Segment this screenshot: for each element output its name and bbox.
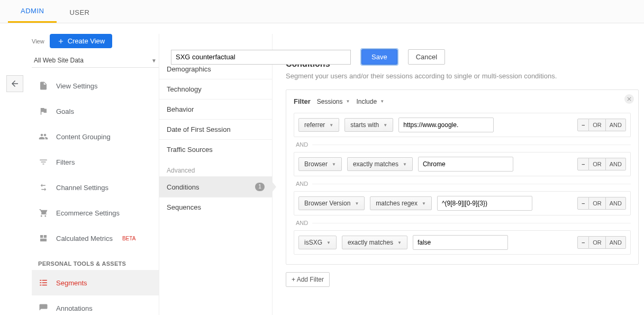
and-separator: AND — [296, 141, 308, 148]
operator-dropdown[interactable]: starts with▼ — [344, 118, 393, 132]
or-button[interactable]: OR — [589, 119, 606, 131]
caret-down-icon: ▼ — [332, 162, 336, 167]
nav-label: Ecommerce Settings — [56, 209, 120, 217]
nav-goals[interactable]: Goals — [32, 98, 159, 124]
nav-label: View Settings — [56, 82, 98, 90]
mid-behavior[interactable]: Behavior — [159, 99, 272, 119]
and-button[interactable]: AND — [606, 236, 626, 249]
people-icon — [38, 131, 49, 142]
cart-icon — [38, 208, 49, 218]
value-input[interactable] — [437, 196, 532, 211]
caret-down-icon: ▼ — [355, 201, 359, 206]
nav-section-personal: PERSONAL TOOLS & ASSETS — [32, 251, 159, 270]
operator-label: matches regex — [376, 200, 418, 207]
operator-dropdown[interactable]: matches regex▼ — [370, 196, 432, 210]
nav-calculated-metrics[interactable]: Calculated Metrics BETA — [32, 226, 159, 251]
dimension-label: Browser — [304, 160, 328, 168]
dimension-dropdown[interactable]: isSXG▼ — [298, 236, 337, 249]
condition-row: referrer▼ starts with▼ – OR AND — [294, 113, 631, 137]
value-input[interactable] — [418, 157, 513, 172]
tab-user[interactable]: USER — [57, 1, 102, 23]
remove-condition-button[interactable]: – — [577, 197, 589, 210]
add-filter-button[interactable]: + Add Filter — [286, 272, 330, 287]
condition-row: Browser▼ exactly matches▼ – OR AND — [294, 152, 631, 176]
or-button[interactable]: OR — [589, 197, 606, 210]
logic-group: – OR AND — [577, 158, 626, 170]
plus-icon — [57, 38, 65, 45]
value-input[interactable] — [398, 118, 494, 132]
separator-line — [312, 145, 631, 145]
and-button[interactable]: AND — [606, 119, 626, 131]
caret-down-icon: ▼ — [383, 123, 387, 128]
operator-label: starts with — [350, 121, 379, 129]
nav-label: Goals — [56, 107, 74, 115]
nav-view-settings[interactable]: View Settings — [32, 73, 159, 98]
nav-label: Channel Settings — [56, 184, 108, 192]
nav-ecommerce-settings[interactable]: Ecommerce Settings — [32, 200, 159, 226]
mid-date-first-session[interactable]: Date of First Session — [159, 119, 272, 139]
mid-technology[interactable]: Technology — [159, 79, 272, 99]
operator-dropdown[interactable]: exactly matches▼ — [347, 157, 413, 171]
dd-icon — [38, 233, 49, 244]
condition-row: isSXG▼ exactly matches▼ – OR AND — [294, 230, 631, 255]
condition-row: Browser Version▼ matches regex▼ – OR AND — [294, 191, 631, 215]
create-view-label: Create View — [68, 37, 105, 45]
separator-line — [312, 223, 631, 223]
nav-segments[interactable]: Segments — [32, 270, 159, 295]
nav-label: Calculated Metrics — [56, 235, 113, 242]
caret-down-icon: ▼ — [422, 201, 426, 206]
remove-condition-button[interactable]: – — [577, 236, 589, 249]
remove-condition-button[interactable]: – — [577, 158, 589, 170]
mid-conditions[interactable]: Conditions 1 — [159, 176, 272, 197]
view-selector[interactable]: All Web Site Data ▼ — [32, 53, 159, 68]
operator-label: exactly matches — [348, 239, 393, 246]
dimension-dropdown[interactable]: Browser▼ — [298, 157, 342, 171]
close-icon — [626, 96, 632, 102]
and-separator: AND — [296, 181, 308, 187]
annotations-icon — [38, 303, 49, 313]
dimension-label: isSXG — [304, 239, 322, 246]
mid-advanced-label: Advanced — [159, 159, 272, 176]
create-view-button[interactable]: Create View — [50, 34, 113, 48]
value-input[interactable] — [413, 235, 508, 250]
dimension-label: Browser Version — [304, 200, 350, 207]
caret-down-icon: ▼ — [397, 240, 402, 245]
remove-condition-button[interactable]: – — [577, 119, 589, 131]
and-button[interactable]: AND — [606, 158, 626, 170]
filter-include-dropdown[interactable]: Include ▼ — [356, 98, 384, 105]
caret-down-icon: ▼ — [151, 58, 157, 64]
dimension-dropdown[interactable]: referrer▼ — [298, 118, 339, 132]
tab-admin[interactable]: ADMIN — [8, 0, 57, 23]
filter-scope-dropdown[interactable]: Sessions ▼ — [317, 98, 350, 105]
and-separator: AND — [296, 220, 308, 226]
flag-icon — [38, 106, 49, 116]
or-button[interactable]: OR — [589, 158, 606, 170]
save-button[interactable]: Save — [361, 49, 397, 65]
caret-down-icon: ▼ — [326, 240, 331, 245]
back-button[interactable] — [6, 75, 23, 92]
filter-box: Filter Sessions ▼ Include ▼ referrer▼ — [286, 89, 639, 265]
dimension-dropdown[interactable]: Browser Version▼ — [298, 196, 365, 210]
or-button[interactable]: OR — [589, 236, 606, 249]
cancel-button[interactable]: Cancel — [408, 49, 445, 65]
nav-content-grouping[interactable]: Content Grouping — [32, 124, 159, 149]
arrow-left-icon — [10, 79, 20, 88]
operator-dropdown[interactable]: exactly matches▼ — [342, 236, 407, 249]
nav-annotations[interactable]: Annotations — [32, 295, 159, 315]
arrows-icon — [38, 182, 49, 193]
logic-group: – OR AND — [577, 197, 626, 210]
caret-down-icon: ▼ — [403, 162, 407, 167]
mid-traffic-sources[interactable]: Traffic Sources — [159, 139, 272, 159]
segment-name-input[interactable] — [171, 50, 351, 65]
and-button[interactable]: AND — [606, 197, 626, 210]
filter-icon — [38, 157, 49, 167]
caret-down-icon: ▼ — [329, 123, 333, 128]
filter-include-label: Include — [356, 98, 377, 105]
nav-label: Annotations — [56, 304, 93, 312]
mid-sequences[interactable]: Sequences — [159, 197, 272, 217]
nav-filters[interactable]: Filters — [32, 149, 159, 175]
caret-down-icon: ▼ — [380, 99, 384, 104]
nav-channel-settings[interactable]: Channel Settings — [32, 175, 159, 200]
filter-remove-button[interactable] — [624, 94, 634, 104]
nav-label: Content Grouping — [56, 133, 111, 141]
